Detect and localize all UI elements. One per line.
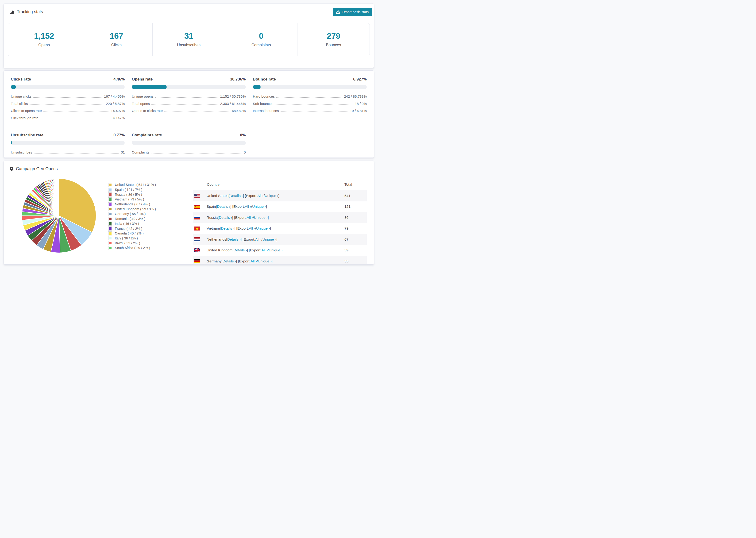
rate-row-label: Unique clicks	[11, 94, 31, 98]
legend-item-romania[interactable]: Romania ( 49 / 3% )	[108, 216, 156, 221]
export-unique-link[interactable]: Unique ›	[269, 248, 283, 252]
legend-item-india[interactable]: India ( 46 / 3% )	[108, 221, 156, 226]
legend-item-united-kingdom[interactable]: United Kingdom ( 59 / 3% )	[108, 207, 156, 211]
total-cell: 79	[345, 226, 367, 231]
stat-tile-clicks: 167Clicks	[80, 23, 153, 56]
rate-row-value: 19 / 6.81%	[350, 109, 367, 113]
export-all-link[interactable]: All ›	[250, 259, 257, 263]
summary-stats-box: 1,152Opens167Clicks31Unsubscribes0Compla…	[8, 23, 370, 56]
bracket: ] [Export:	[230, 204, 245, 209]
export-basic-stats-button[interactable]: Export basic stats	[333, 8, 372, 16]
rate-detail-row: Soft bounces18 / 0%	[253, 102, 367, 106]
legend-item-germany[interactable]: Germany ( 55 / 3% )	[108, 211, 156, 216]
rate-row-value: 220 / 5.87%	[106, 102, 125, 106]
export-all-link[interactable]: All ›	[257, 194, 264, 198]
legend-item-canada[interactable]: Canada ( 40 / 2% )	[108, 231, 156, 236]
rate-detail-row: Hard bounces242 / 86.738%	[253, 94, 367, 98]
export-all-link[interactable]: All ›	[247, 215, 253, 220]
export-unique-link[interactable]: Unique ›	[265, 194, 279, 198]
flag-ru-icon	[194, 215, 200, 219]
legend-item-russia[interactable]: Russia ( 86 / 5% )	[108, 192, 156, 197]
export-unique-link[interactable]: Unique ›	[258, 259, 272, 263]
geo-opens-pie-chart[interactable]	[21, 178, 97, 254]
details-link[interactable]: Details ›	[219, 215, 232, 220]
stat-value: 31	[153, 31, 225, 41]
stat-tile-opens: 1,152Opens	[8, 23, 80, 56]
legend-item-france[interactable]: France ( 42 / 2% )	[108, 226, 156, 231]
column-header-total: Total	[345, 183, 367, 187]
table-row-ru: Russia [Details ›] [Export: All › / Uniq…	[193, 212, 367, 223]
export-all-link[interactable]: All ›	[249, 226, 255, 231]
legend-label: India ( 46 / 3% )	[115, 222, 139, 226]
rate-row-value: 689.82%	[232, 109, 245, 113]
export-unique-link[interactable]: Unique ›	[254, 215, 268, 220]
legend-item-spain[interactable]: Spain ( 121 / 7% )	[108, 187, 156, 192]
bracket: ] [Export:	[241, 237, 255, 242]
rate-row-label: Unsubscribes	[11, 150, 32, 154]
rate-section-header: Complaints rate0%	[132, 133, 245, 137]
rate-title: Opens rate	[132, 77, 153, 82]
export-unique-link[interactable]: Unique ›	[262, 237, 276, 242]
stat-label: Clicks	[80, 43, 152, 47]
dotted-leader	[29, 104, 104, 105]
legend-swatch	[108, 232, 112, 236]
rate-progress-fill	[11, 141, 12, 145]
legend-item-netherlands[interactable]: Netherlands ( 67 / 4% )	[108, 202, 156, 207]
total-cell: 67	[345, 237, 367, 242]
legend-swatch	[108, 236, 112, 240]
rate-row-label: Total clicks	[11, 102, 28, 106]
legend-label: Romania ( 49 / 3% )	[115, 217, 145, 221]
details-link[interactable]: Details ›	[227, 237, 241, 242]
dotted-leader	[40, 119, 111, 119]
rate-detail-rows: Unsubscribes31	[11, 150, 125, 154]
dotted-leader	[276, 97, 342, 98]
rate-detail-row: Internal bounces19 / 6.81%	[253, 109, 367, 113]
details-link[interactable]: Details ›	[221, 226, 234, 231]
flag-vn-icon	[194, 227, 200, 231]
geo-card-title: Campaign Geo Opens	[16, 166, 58, 171]
export-icon	[336, 10, 340, 14]
legend-item-vietnam[interactable]: Vietnam ( 79 / 5% )	[108, 197, 156, 202]
legend-label: France ( 42 / 2% )	[115, 227, 142, 231]
rate-row-value: 31	[121, 150, 125, 154]
bracket: ]	[276, 237, 277, 242]
rate-progress-track	[132, 141, 245, 145]
bracket: ]	[283, 248, 283, 252]
rate-section-header: Clicks rate4.46%	[11, 77, 125, 82]
flag-us-icon	[194, 194, 200, 198]
rate-value: 0%	[240, 133, 246, 137]
details-link[interactable]: Details ›	[217, 204, 230, 209]
export-all-link[interactable]: All ›	[261, 248, 268, 252]
rate-value: 0.77%	[113, 133, 125, 137]
rate-row-label: Internal bounces	[253, 109, 279, 113]
legend-swatch	[108, 207, 112, 211]
rate-progress-fill	[132, 85, 167, 89]
dotted-leader	[151, 153, 242, 153]
export-unique-link[interactable]: Unique ›	[256, 226, 270, 231]
bracket: ] [Export:	[232, 215, 247, 220]
total-cell: 59	[345, 248, 367, 252]
rate-value: 4.46%	[113, 77, 125, 82]
export-all-link[interactable]: All ›	[255, 237, 261, 242]
legend-label: South Africa ( 29 / 2% )	[115, 246, 150, 250]
legend-label: Brazil ( 33 / 2% )	[115, 241, 140, 245]
details-link[interactable]: Details ›	[223, 259, 236, 263]
legend-item-south-africa[interactable]: South Africa ( 29 / 2% )	[108, 245, 156, 250]
legend-label: Italy ( 36 / 2% )	[115, 237, 138, 240]
dotted-leader	[151, 104, 218, 105]
flag-es-icon	[194, 205, 200, 209]
details-link[interactable]: Details ›	[234, 248, 247, 252]
export-unique-link[interactable]: Unique ›	[252, 204, 266, 209]
legend-item-brazil[interactable]: Brazil ( 33 / 2% )	[108, 241, 156, 245]
legend-item-united-states[interactable]: United States ( 541 / 31% )	[108, 183, 156, 187]
rate-progress-track	[132, 85, 245, 89]
geo-country-table: Country Total United States [Details ›] …	[193, 177, 367, 265]
stat-label: Complaints	[225, 43, 297, 47]
bracket: ] [Export:	[234, 226, 249, 231]
details-link[interactable]: Details ›	[229, 194, 243, 198]
dotted-leader	[164, 112, 230, 112]
rate-section-complaints-rate: Complaints rate0%Complaints0	[132, 133, 245, 157]
export-all-link[interactable]: All ›	[245, 204, 251, 209]
table-row-vn: Vietnam [Details ›] [Export: All › / Uni…	[193, 223, 367, 234]
legend-item-italy[interactable]: Italy ( 36 / 2% )	[108, 236, 156, 241]
